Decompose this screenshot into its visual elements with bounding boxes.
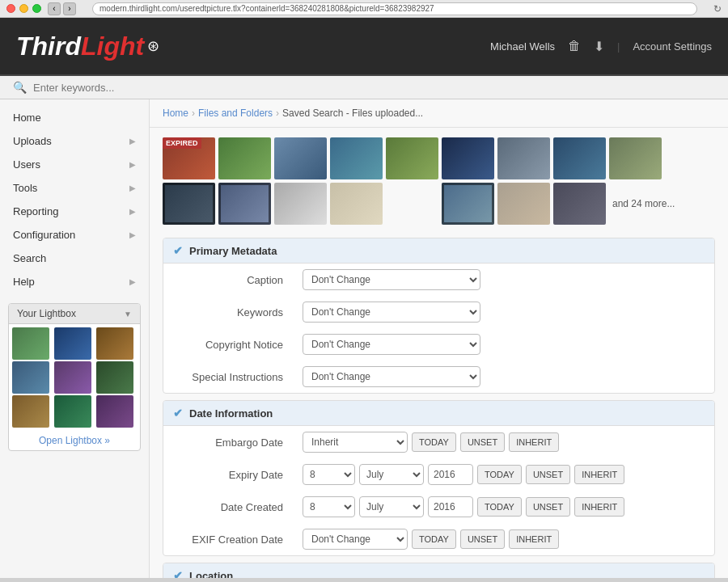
- lightbox-thumb-9[interactable]: [96, 395, 133, 428]
- embargo-today-button[interactable]: TODAY: [412, 432, 456, 452]
- expiry-month-select[interactable]: July: [359, 464, 424, 485]
- strip-thumb-14[interactable]: [386, 183, 438, 225]
- embargo-inherit-button[interactable]: INHERIT: [509, 432, 559, 452]
- copyright-select[interactable]: Don't Change: [303, 334, 480, 355]
- strip-thumb-4[interactable]: [330, 137, 383, 179]
- date-created-today-button[interactable]: TODAY: [477, 497, 522, 517]
- strip-thumb-2[interactable]: [218, 137, 271, 179]
- sidebar-item-search[interactable]: Search: [0, 247, 149, 270]
- date-created-group: 8 July TODAY UNSET INHERIT: [303, 496, 705, 517]
- strip-thumb-9[interactable]: [609, 137, 662, 179]
- expiry-today-button[interactable]: TODAY: [477, 465, 522, 484]
- date-information-table: Embargo Date Inherit Don't Change Set Da…: [163, 426, 714, 555]
- special-instructions-control: Don't Change: [293, 361, 714, 393]
- date-created-unset-button[interactable]: UNSET: [526, 497, 570, 517]
- strip-thumb-13[interactable]: [330, 183, 383, 225]
- lightbox-thumb-5[interactable]: [54, 361, 91, 394]
- caption-label: Caption: [163, 264, 293, 296]
- forward-button[interactable]: ›: [63, 2, 76, 15]
- strip-thumb-1[interactable]: EXPIRED: [163, 137, 215, 179]
- strip-thumb-12[interactable]: [274, 183, 327, 225]
- strip-thumb-10[interactable]: [163, 183, 215, 225]
- sidebar-item-configuration[interactable]: Configuration ▶: [0, 223, 149, 247]
- sidebar-item-reporting[interactable]: Reporting ▶: [0, 200, 149, 223]
- expiry-group: 8 July TODAY UNSET INHERIT: [303, 464, 705, 485]
- minimize-button[interactable]: [19, 4, 28, 13]
- search-input[interactable]: [33, 82, 195, 94]
- reload-button[interactable]: ↻: [713, 3, 722, 15]
- lightbox-arrow-icon[interactable]: ▼: [124, 310, 132, 318]
- download-icon[interactable]: ⬇: [594, 39, 604, 54]
- url-text: modern.thirdlight.com/useredtpicture.tlx…: [99, 4, 434, 13]
- date-created-year-input[interactable]: [428, 496, 473, 517]
- url-bar[interactable]: modern.thirdlight.com/useredtpicture.tlx…: [92, 2, 697, 15]
- lightbox-box: Your Lightbox ▼ Open Lightbox »: [8, 303, 141, 451]
- main-layout: Home Uploads ▶ Users ▶ Tools ▶ Reporting…: [0, 99, 728, 578]
- lightbox-thumb-2[interactable]: [54, 327, 91, 360]
- expiry-year-input[interactable]: [428, 464, 473, 485]
- keywords-select[interactable]: Don't Change: [303, 302, 480, 323]
- sidebar-item-users[interactable]: Users ▶: [0, 153, 149, 176]
- date-created-day-select[interactable]: 8: [303, 496, 355, 517]
- strip-thumb-6[interactable]: [442, 137, 494, 179]
- lightbox-thumb-3[interactable]: [96, 327, 133, 360]
- embargo-unset-button[interactable]: UNSET: [460, 432, 505, 452]
- strip-thumb-16[interactable]: [497, 183, 550, 225]
- strip-thumb-7[interactable]: [497, 137, 550, 179]
- breadcrumb-home[interactable]: Home: [163, 108, 188, 119]
- exif-select[interactable]: Don't Change Inherit Set Date: [303, 529, 408, 550]
- help-arrow-icon: ▶: [129, 277, 136, 286]
- sidebar-item-help[interactable]: Help ▶: [0, 270, 149, 293]
- sidebar-item-uploads[interactable]: Uploads ▶: [0, 129, 149, 153]
- lightbox-thumb-8[interactable]: [54, 395, 91, 428]
- uploads-arrow-icon: ▶: [129, 137, 136, 146]
- lightbox-thumb-4[interactable]: [12, 361, 49, 394]
- special-instructions-select[interactable]: Don't Change: [303, 366, 480, 387]
- exif-inherit-button[interactable]: INHERIT: [509, 529, 559, 549]
- sidebar-reporting-label: Reporting: [13, 205, 58, 217]
- lightbox-thumb-6[interactable]: [96, 361, 133, 394]
- date-created-controls: 8 July TODAY UNSET INHERIT: [293, 491, 714, 523]
- sidebar-item-home[interactable]: Home: [0, 106, 149, 129]
- embargo-select[interactable]: Inherit Don't Change Set Date: [303, 432, 408, 453]
- expiry-unset-button[interactable]: UNSET: [526, 465, 570, 484]
- logo-icon: ⊛: [147, 37, 159, 55]
- strip-thumb-3[interactable]: [274, 137, 327, 179]
- exif-unset-button[interactable]: UNSET: [460, 529, 505, 549]
- open-lightbox-link[interactable]: Open Lightbox »: [9, 431, 140, 450]
- traffic-lights: [6, 4, 41, 13]
- strip-thumb-8[interactable]: [553, 137, 606, 179]
- exif-today-button[interactable]: TODAY: [412, 529, 456, 549]
- date-created-month-select[interactable]: July: [359, 496, 424, 517]
- sidebar: Home Uploads ▶ Users ▶ Tools ▶ Reporting…: [0, 99, 150, 578]
- users-arrow-icon: ▶: [129, 160, 136, 169]
- date-created-label: Date Created: [163, 491, 293, 523]
- expiry-day-select[interactable]: 8: [303, 464, 355, 485]
- search-icon: 🔍: [13, 81, 27, 94]
- strip-thumb-15[interactable]: [442, 183, 494, 225]
- lightbox-thumb-7[interactable]: [12, 395, 49, 428]
- expired-badge: EXPIRED: [163, 137, 201, 149]
- exif-label: EXIF Creation Date: [163, 523, 293, 555]
- location-icon: ✔: [173, 569, 183, 578]
- breadcrumb-sep-1: ›: [192, 108, 195, 119]
- date-created-inherit-button[interactable]: INHERIT: [574, 497, 624, 517]
- expiry-inherit-button[interactable]: INHERIT: [574, 465, 624, 484]
- sidebar-search-label: Search: [13, 252, 46, 264]
- strip-thumb-11[interactable]: [218, 183, 271, 225]
- lightbox-thumb-1[interactable]: [12, 327, 49, 360]
- location-header: ✔ Location: [163, 563, 714, 578]
- maximize-button[interactable]: [32, 4, 41, 13]
- back-button[interactable]: ‹: [48, 2, 61, 15]
- strip-thumb-5[interactable]: [386, 137, 438, 179]
- strip-thumb-17[interactable]: [553, 183, 606, 225]
- delete-icon[interactable]: 🗑: [568, 39, 581, 53]
- caption-select[interactable]: Don't Change: [303, 269, 480, 290]
- close-button[interactable]: [6, 4, 15, 13]
- copyright-row: Copyright Notice Don't Change: [163, 328, 714, 361]
- sidebar-home-label: Home: [13, 112, 41, 124]
- breadcrumb-saved-search[interactable]: Saved Search - Files uploaded...: [282, 108, 423, 119]
- account-settings-link[interactable]: Account Settings: [633, 40, 712, 53]
- breadcrumb-files[interactable]: Files and Folders: [198, 108, 273, 119]
- sidebar-item-tools[interactable]: Tools ▶: [0, 176, 149, 200]
